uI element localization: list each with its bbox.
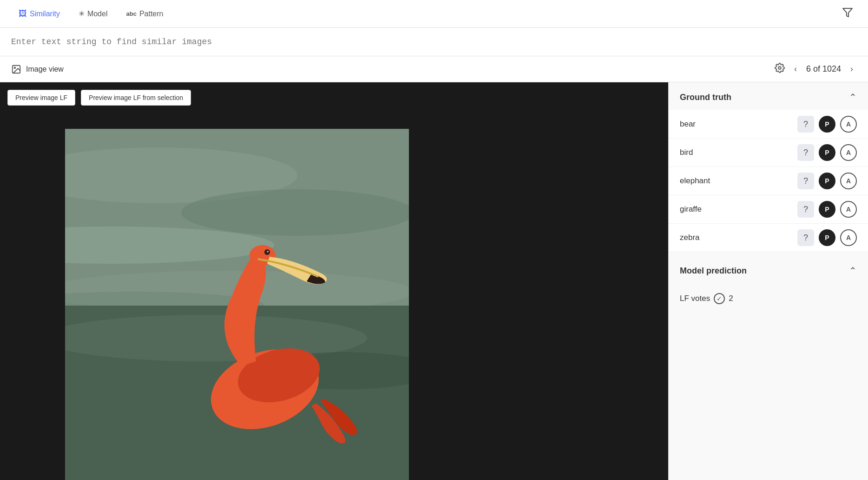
main-content: Preview image LF Preview image LF from s…: [0, 82, 868, 480]
lf-votes-label: LF votes: [680, 294, 710, 303]
label-bear: bear: [680, 120, 797, 129]
image-view-title: Image view: [26, 65, 64, 73]
giraffe-actions: ? P A: [797, 201, 857, 218]
svg-point-3: [778, 67, 781, 69]
image-view-title-group: Image view: [11, 64, 64, 74]
label-row-bird: bird ? P A: [669, 139, 868, 167]
tab-pattern-label: Pattern: [139, 10, 164, 18]
lf-votes-row: LF votes ✓ 2: [669, 284, 868, 313]
bear-actions: ? P A: [797, 116, 857, 133]
total-pages: 1024: [822, 64, 841, 73]
flamingo-image: [65, 129, 409, 480]
zebra-p-button[interactable]: P: [819, 229, 835, 246]
giraffe-p-button[interactable]: P: [819, 201, 835, 218]
right-panel: Ground truth ⌃ bear ? P A bird ? P A ele…: [668, 82, 868, 480]
page-info: 6 of 1024: [806, 64, 841, 74]
preview-lf-button[interactable]: Preview image LF: [7, 90, 75, 106]
pattern-icon: abc: [126, 10, 136, 17]
label-bird: bird: [680, 148, 797, 157]
image-panel: Preview image LF Preview image LF from s…: [0, 82, 668, 480]
elephant-question-button[interactable]: ?: [797, 173, 814, 189]
bird-a-button[interactable]: A: [840, 144, 857, 161]
image-view-icon: [11, 64, 21, 74]
lf-votes-count: 2: [729, 294, 733, 303]
gear-icon: [775, 63, 785, 73]
nav-tabs: 🖼 Similarity ✳ Model abc Pattern: [11, 5, 171, 22]
bird-p-button[interactable]: P: [819, 144, 835, 161]
pagination-controls: ‹ 6 of 1024 ›: [775, 62, 857, 76]
search-input[interactable]: [11, 37, 857, 47]
model-prediction-section: Model prediction ⌃: [669, 256, 868, 284]
filter-button[interactable]: [838, 3, 857, 25]
ground-truth-header: Ground truth ⌃: [669, 82, 868, 110]
elephant-p-button[interactable]: P: [819, 173, 835, 189]
elephant-a-button[interactable]: A: [840, 173, 857, 189]
elephant-actions: ? P A: [797, 173, 857, 189]
bear-p-button[interactable]: P: [819, 116, 835, 133]
label-row-zebra: zebra ? P A: [669, 224, 868, 252]
lf-votes-check-icon: ✓: [714, 293, 725, 304]
top-nav: 🖼 Similarity ✳ Model abc Pattern: [0, 0, 868, 28]
prev-page-button[interactable]: ‹: [790, 62, 801, 76]
next-page-button[interactable]: ›: [847, 62, 857, 76]
svg-point-2: [14, 67, 15, 68]
bear-question-button[interactable]: ?: [797, 116, 814, 133]
tab-similarity[interactable]: 🖼 Similarity: [11, 5, 67, 22]
filter-icon: [842, 7, 853, 18]
tab-model-label: Model: [87, 10, 108, 18]
model-prediction-collapse-button[interactable]: ⌃: [849, 265, 857, 276]
settings-button[interactable]: [775, 63, 785, 75]
zebra-a-button[interactable]: A: [840, 229, 857, 246]
svg-marker-0: [843, 8, 852, 17]
label-row-giraffe: giraffe ? P A: [669, 195, 868, 224]
label-giraffe: giraffe: [680, 205, 797, 214]
bird-question-button[interactable]: ?: [797, 144, 814, 161]
of-label: of: [813, 64, 822, 73]
ground-truth-title: Ground truth: [680, 93, 731, 102]
giraffe-question-button[interactable]: ?: [797, 201, 814, 218]
current-page: 6: [806, 64, 811, 73]
similarity-icon: 🖼: [19, 9, 27, 19]
tab-pattern[interactable]: abc Pattern: [118, 6, 171, 22]
bear-a-button[interactable]: A: [840, 116, 857, 133]
label-row-bear: bear ? P A: [669, 110, 868, 139]
svg-point-20: [267, 251, 269, 253]
zebra-question-button[interactable]: ?: [797, 229, 814, 246]
svg-point-7: [181, 189, 409, 236]
model-prediction-header: Model prediction ⌃: [669, 256, 868, 284]
model-icon: ✳: [79, 9, 85, 18]
label-zebra: zebra: [680, 233, 797, 242]
ground-truth-collapse-button[interactable]: ⌃: [849, 92, 857, 103]
preview-lf-selection-button[interactable]: Preview image LF from selection: [81, 90, 191, 106]
zebra-actions: ? P A: [797, 229, 857, 246]
search-bar: [0, 28, 868, 56]
label-elephant: elephant: [680, 176, 797, 186]
image-view-header: Image view ‹ 6 of 1024 ›: [0, 56, 868, 82]
label-row-elephant: elephant ? P A: [669, 167, 868, 195]
tab-model[interactable]: ✳ Model: [71, 6, 115, 22]
giraffe-a-button[interactable]: A: [840, 201, 857, 218]
model-prediction-title: Model prediction: [680, 266, 747, 276]
tab-similarity-label: Similarity: [30, 10, 60, 18]
preview-buttons: Preview image LF Preview image LF from s…: [7, 90, 191, 106]
bird-actions: ? P A: [797, 144, 857, 161]
image-container: [65, 129, 409, 480]
